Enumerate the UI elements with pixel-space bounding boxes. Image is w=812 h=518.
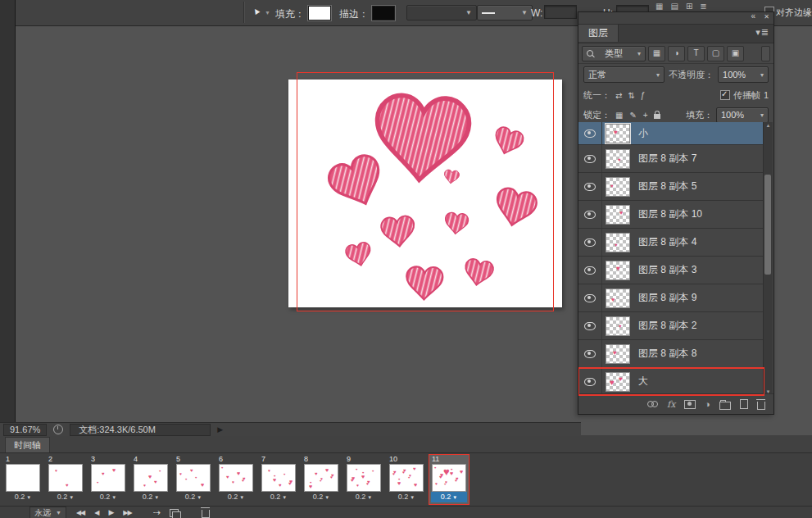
path-combine-icon[interactable]: ▦ [655,2,663,11]
layer-visibility-toggle[interactable] [578,340,602,367]
timeline-frame[interactable]: 8♥♥♥♥♥♥♥♥0.2▼ [302,455,341,504]
layer-row[interactable]: ♥图层 8 副本 5 [578,173,764,201]
frame-thumbnail[interactable]: ♥♥♥♥♥♥♥♥♥♥ [389,464,424,492]
lock-transparent-pixels-icon[interactable]: ▦ [615,111,624,120]
panel-menu-icon[interactable]: ▾≣ [755,27,769,38]
timeline-frame[interactable]: 10.2▼ [3,455,43,504]
lock-image-pixels-icon[interactable]: ✎ [628,111,637,120]
timeline-frame[interactable]: 10♥♥♥♥♥♥♥♥♥♥0.2▼ [387,455,426,504]
canvas[interactable] [288,80,562,307]
layer-row[interactable]: ♥图层 8 副本 3 [578,257,764,284]
timeline-frame[interactable]: 7♥♥♥♥♥♥♥0.2▼ [259,455,298,504]
unify-style-icon[interactable]: ƒ [640,91,646,100]
timeline-frame[interactable]: 5♥♥♥♥♥0.2▼ [174,455,213,504]
lock-position-icon[interactable]: + [642,111,649,120]
layer-thumbnail[interactable]: ♥♥ [606,372,630,392]
filter-shape-layers-icon[interactable]: ▢ [707,46,724,61]
stroke-color-swatch[interactable] [372,6,395,20]
duplicate-frame-button[interactable] [170,509,179,517]
unify-visibility-icon[interactable]: ⇅ [627,91,635,100]
layer-thumbnail[interactable]: ♥ [606,344,630,364]
new-layer-icon[interactable] [740,399,748,409]
opacity-dropdown[interactable]: 100% ▾ [718,66,769,83]
frame-duration-dropdown[interactable]: 0.2▼ [431,492,467,502]
frame-thumbnail[interactable]: ♥♥♥ [91,464,125,492]
loop-option-dropdown[interactable]: 永远 ▼ [29,507,66,518]
layer-visibility-toggle[interactable] [578,122,602,144]
timeline-frame[interactable]: 6♥♥♥♥♥♥0.2▼ [216,455,256,504]
zoom-level[interactable]: 91.67% [3,424,47,436]
filter-pixel-layers-icon[interactable]: ▦ [648,46,665,61]
delete-frame-button[interactable] [202,510,210,518]
path-selection-tool-icon[interactable]: ▲ [250,4,263,17]
tab-timeline[interactable]: 时间轴 [5,437,50,453]
layer-thumbnail[interactable]: ♥ [606,316,630,336]
filter-type-layers-icon[interactable]: T [687,46,705,61]
layer-thumbnail[interactable]: ♥ [606,233,630,252]
tween-button[interactable]: ⇢ [153,508,160,517]
layer-row[interactable]: ♥图层 8 副本 9 [578,284,764,312]
frame-duration-dropdown[interactable]: 0.2▼ [303,492,339,502]
layer-visibility-toggle[interactable] [578,201,602,228]
scroll-up-icon[interactable]: ▲ [764,122,773,130]
frame-duration-dropdown[interactable]: 0.2▼ [346,492,382,502]
layer-visibility-toggle[interactable] [578,312,602,339]
frame-duration-dropdown[interactable]: 0.2▼ [48,492,84,502]
frame-thumbnail[interactable]: ♥♥♥♥♥♥♥♥♥ [347,464,381,492]
frame-duration-dropdown[interactable]: 0.2▼ [218,492,254,502]
stroke-width-dropdown[interactable]: ▼ [406,5,477,20]
path-align-icon[interactable]: ▤ [670,2,678,11]
tool-preset-chevron-icon[interactable]: ▼ [265,10,270,16]
layer-row[interactable]: ♥♥大 [578,368,764,396]
timeline-frame[interactable]: 4♥♥♥♥0.2▼ [131,455,170,504]
timeline-frame[interactable]: 2♥♥0.2▼ [46,455,85,504]
previous-frame-button[interactable]: ◀ [94,510,98,516]
layer-visibility-toggle[interactable] [578,229,602,256]
path-arrange-icon[interactable]: ⊞ [686,2,692,11]
layer-thumbnail[interactable]: ♥ [606,261,630,280]
frame-duration-dropdown[interactable]: 0.2▼ [388,492,424,502]
next-frame-button[interactable]: ▶▶ [123,510,131,516]
layer-row[interactable]: ♥图层 8 副本 2 [578,312,764,340]
fill-color-swatch[interactable] [308,6,331,20]
filter-on-off-toggle[interactable] [761,46,770,61]
status-flyout-icon[interactable]: ▶ [217,425,223,434]
frame-thumbnail[interactable]: ♥♥♥♥♥♥♥♥♥♥♥♥ [432,464,466,492]
first-frame-button[interactable]: ◀◀ [76,510,84,516]
layer-style-icon[interactable]: fx [667,399,675,410]
layer-visibility-toggle[interactable] [578,284,602,311]
frame-duration-dropdown[interactable]: 0.2▼ [261,492,297,502]
frame-thumbnail[interactable]: ♥♥♥♥ [134,464,168,492]
frame-thumbnail[interactable]: ♥♥♥♥♥ [176,464,211,492]
blend-mode-dropdown[interactable]: 正常 ▾ [583,66,665,83]
layer-row[interactable]: ♥小 [578,122,764,145]
layer-visibility-toggle[interactable] [578,368,602,395]
frame-thumbnail[interactable]: ♥♥ [48,464,83,492]
play-button[interactable]: ▶ [108,509,113,516]
close-panel-icon[interactable]: ✕ [764,13,769,20]
layer-row[interactable]: ♥图层 8 副本 10 [578,201,764,229]
tab-layers[interactable]: 图层 [578,25,619,42]
frame-duration-dropdown[interactable]: 0.2▼ [5,492,41,502]
fill-opacity-dropdown[interactable]: 100% ▾ [716,107,769,123]
layer-thumbnail[interactable]: ♥ [606,177,630,197]
filter-type-dropdown[interactable]: 类型 ▾ [582,46,646,61]
propagate-frame-checkbox[interactable] [720,90,730,100]
layer-thumbnail[interactable]: ♥ [606,124,630,143]
filter-adjustment-layers-icon[interactable]: ◑ [668,46,685,61]
timeline-frame[interactable]: 11♥♥♥♥♥♥♥♥♥♥♥♥0.2▼ [429,455,469,504]
shape-width-input[interactable] [544,5,577,19]
frame-thumbnail[interactable] [6,464,40,492]
layer-row[interactable]: ♥图层 8 副本 4 [578,229,764,257]
lock-all-icon[interactable] [654,114,660,119]
frame-duration-dropdown[interactable]: 0.2▼ [90,492,126,502]
layer-row[interactable]: ♥图层 8 副本 7 [578,145,764,173]
frame-thumbnail[interactable]: ♥♥♥♥♥♥♥ [261,464,296,492]
layer-visibility-toggle[interactable] [578,173,602,200]
add-layer-mask-icon[interactable] [684,400,696,409]
stroke-type-dropdown[interactable]: ▼ [477,5,533,20]
frame-duration-dropdown[interactable]: 0.2▼ [175,492,211,502]
frame-thumbnail[interactable]: ♥♥♥♥♥♥ [219,464,253,492]
layer-row[interactable]: ♥图层 8 副本 8 [578,340,764,368]
collapse-panel-icon[interactable]: « [751,11,755,20]
